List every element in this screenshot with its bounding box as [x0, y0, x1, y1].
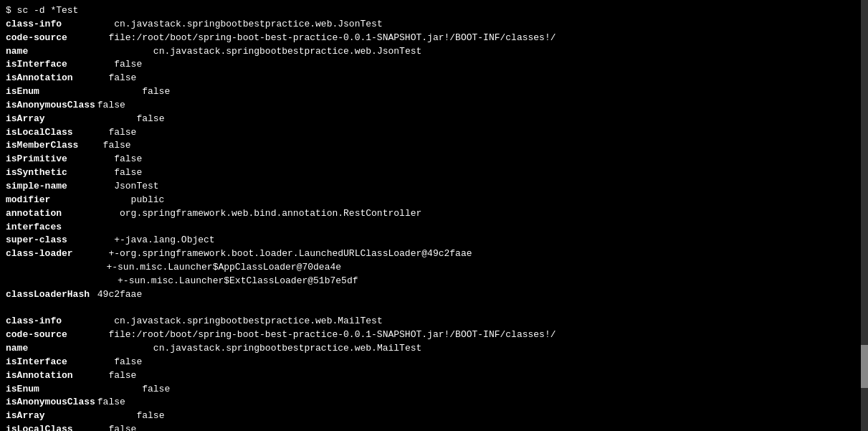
field-islocalclass-1-label: isLocalClass [6, 126, 92, 140]
field-isinterface-2-value: false [114, 356, 142, 367]
terminal-window: $ sc -d *Test class-info cn.javastack.sp… [0, 0, 868, 431]
field-classloader-1-label: class-loader [6, 247, 92, 261]
field-simplename-1-label: simple-name [6, 180, 92, 194]
field-isinterface-1-label: isInterface [6, 58, 92, 72]
field-classloaderhash-1-value: 49c2faae [97, 289, 142, 300]
field-issynthetic-1-value: false [114, 167, 142, 178]
field-isenum-1-value: false [142, 86, 170, 97]
field-isenum-2-value: false [142, 384, 170, 394]
field-class-info-2-value: cn.javastack.springbootbestpractice.web.… [114, 316, 382, 326]
field-isannotation-2-value: false [108, 370, 136, 381]
terminal-content: $ sc -d *Test class-info cn.javastack.sp… [6, 4, 862, 431]
field-isanonymous-2-value: false [97, 397, 125, 407]
field-ismemberclass-1-label: isMemberClass [6, 139, 92, 153]
field-annotation-1-value: org.springframework.web.bind.annotation.… [120, 208, 421, 219]
field-isarray-1-value: false [136, 113, 164, 124]
field-code-source-1-label: code-source [6, 32, 92, 45]
field-code-source-2-label: code-source [6, 328, 92, 342]
field-ismemberclass-1-value: false [103, 140, 131, 151]
field-issynthetic-1-label: isSynthetic [6, 166, 92, 180]
field-class-info-2-label: class-info [6, 315, 92, 328]
field-interfaces-1-label: interfaces [6, 221, 92, 235]
field-modifier-1-label: modifier [6, 194, 92, 207]
field-isprimitive-1-label: isPrimitive [6, 153, 92, 166]
field-isarray-1-label: isArray [6, 113, 92, 126]
scrollbar-thumb[interactable] [861, 345, 868, 388]
field-simplename-1-value: JsonTest [114, 181, 158, 191]
field-name-2-label: name [6, 342, 92, 356]
field-isenum-1-label: isEnum [6, 85, 92, 99]
field-superclass-1-label: super-class [6, 234, 92, 247]
field-class-info-1-label: class-info [6, 18, 92, 32]
field-isanonymous-1-value: false [97, 100, 125, 110]
field-code-source-2-value: file:/root/boot/spring-boot-best-practic… [108, 329, 555, 340]
field-isarray-2-label: isArray [6, 409, 92, 423]
field-isprimitive-1-value: false [114, 153, 142, 164]
field-classloaderhash-1-label: classLoaderHash [6, 288, 92, 302]
command-line: $ sc -d *Test [6, 5, 78, 16]
field-name-2-value: cn.javastack.springbootbestpractice.web.… [153, 343, 421, 354]
field-isanonymous-2-label: isAnonymousClass [6, 396, 92, 409]
field-islocalclass-2-label: isLocalClass [6, 423, 92, 431]
field-isarray-2-value: false [136, 410, 164, 421]
field-islocalclass-1-value: false [108, 127, 136, 138]
field-isinterface-2-label: isInterface [6, 356, 92, 369]
field-superclass-1-value: +-java.lang.Object [114, 235, 214, 245]
field-class-info-1-value: cn.javastack.springbootbestpractice.web.… [114, 19, 382, 29]
field-islocalclass-2-value: false [108, 424, 136, 431]
field-code-source-1-value: file:/root/boot/spring-boot-best-practic… [108, 32, 555, 43]
field-isenum-2-label: isEnum [6, 383, 92, 397]
field-isannotation-2-label: isAnnotation [6, 369, 92, 383]
field-isannotation-1-label: isAnnotation [6, 72, 92, 85]
field-classloader-1-value: +-org.springframework.boot.loader.Launch… [108, 248, 472, 259]
field-modifier-1-value: public [131, 194, 165, 205]
field-name-1-value: cn.javastack.springbootbestpractice.web.… [153, 46, 421, 57]
field-isannotation-1-value: false [108, 72, 136, 83]
field-annotation-1-label: annotation [6, 207, 92, 221]
scrollbar[interactable] [861, 0, 868, 431]
field-classloader-1-indent2: +-sun.misc.Launcher$ExtClassLoader@51b7e… [6, 275, 358, 286]
field-isinterface-1-value: false [114, 59, 142, 70]
field-isanonymous-1-label: isAnonymousClass [6, 99, 92, 113]
field-classloader-1-indent1: +-sun.misc.Launcher$AppClassLoader@70dea… [6, 262, 341, 273]
field-name-1-label: name [6, 45, 92, 59]
